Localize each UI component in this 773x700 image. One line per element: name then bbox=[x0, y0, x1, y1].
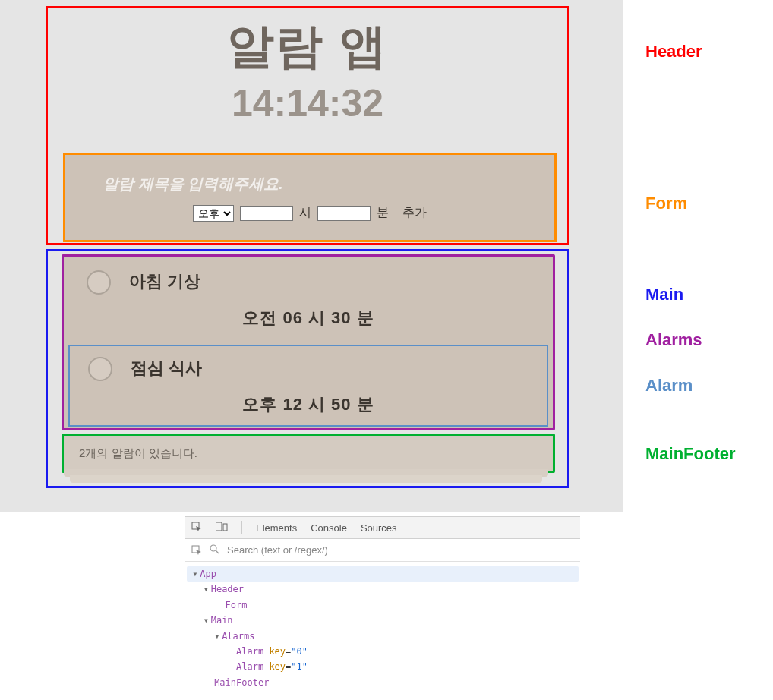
label-mainfooter: MainFooter bbox=[645, 444, 736, 464]
alarm-title: 아침 기상 bbox=[129, 270, 200, 293]
tree-node-header[interactable]: ▾Header bbox=[187, 582, 579, 597]
tab-console[interactable]: Console bbox=[311, 522, 347, 534]
tree-node-form[interactable]: Form bbox=[187, 598, 579, 613]
ampm-select[interactable]: 오후 bbox=[193, 205, 234, 222]
devtools-panel: Elements Console Sources Search (text or… bbox=[185, 516, 580, 698]
tree-node-alarms[interactable]: ▾Alarms bbox=[187, 629, 579, 644]
main-footer: 2개의 알람이 있습니다. bbox=[62, 434, 555, 473]
alarm-title: 점심 식사 bbox=[131, 357, 202, 380]
alarm-toggle[interactable] bbox=[87, 270, 111, 295]
label-form: Form bbox=[645, 194, 687, 213]
alarm-toggle[interactable] bbox=[88, 357, 112, 381]
tree-node-app[interactable]: ▾App bbox=[187, 566, 579, 582]
title-input-placeholder[interactable]: 알람 제목을 입력해주세요. bbox=[103, 174, 554, 194]
alarm-item: 아침 기상 오전 06 시 30 분 bbox=[68, 260, 548, 342]
svg-point-4 bbox=[210, 545, 216, 551]
inspect-cursor-icon[interactable] bbox=[191, 545, 202, 556]
inspect-icon[interactable] bbox=[191, 522, 202, 534]
main-section: 아침 기상 오전 06 시 30 분 점심 식사 오후 12 시 50 분 2개… bbox=[46, 249, 569, 488]
hour-label: 시 bbox=[299, 205, 311, 221]
device-icon[interactable] bbox=[216, 522, 228, 534]
tab-sources[interactable]: Sources bbox=[361, 522, 397, 534]
app-region: 알람 앱 14:14:32 알람 제목을 입력해주세요. 오후 시 분 추가 아… bbox=[0, 0, 623, 512]
label-main: Main bbox=[645, 285, 683, 304]
tree-node-main[interactable]: ▾Main bbox=[187, 613, 579, 628]
toolbar-divider bbox=[241, 521, 242, 534]
hour-input[interactable] bbox=[240, 206, 293, 221]
minute-input[interactable] bbox=[317, 206, 371, 221]
component-tree: ▾App ▾Header Form ▾Main ▾Alarms Alarm ke… bbox=[185, 562, 580, 698]
header-section: 알람 앱 14:14:32 알람 제목을 입력해주세요. 오후 시 분 추가 bbox=[46, 6, 569, 245]
svg-rect-1 bbox=[216, 522, 222, 531]
svg-rect-2 bbox=[223, 524, 227, 531]
alarm-form: 알람 제목을 입력해주세요. 오후 시 분 추가 bbox=[63, 153, 557, 242]
card-stack-shadow bbox=[70, 475, 542, 483]
label-alarm: Alarm bbox=[645, 376, 693, 396]
alarm-time: 오전 06 시 30 분 bbox=[84, 307, 533, 330]
form-row: 오후 시 분 추가 bbox=[65, 205, 554, 222]
search-icon bbox=[210, 544, 219, 557]
svg-line-5 bbox=[216, 550, 219, 553]
page-title: 알람 앱 bbox=[48, 14, 567, 78]
current-time: 14:14:32 bbox=[48, 81, 567, 125]
tab-elements[interactable]: Elements bbox=[256, 522, 297, 534]
devtools-search-row: Search (text or /regex/) bbox=[185, 539, 580, 562]
label-alarms: Alarms bbox=[645, 330, 702, 350]
footer-text: 2개의 알람이 있습니다. bbox=[79, 446, 197, 461]
add-button[interactable]: 추가 bbox=[402, 205, 427, 221]
tree-node-mainfooter[interactable]: MainFooter bbox=[187, 675, 579, 690]
alarms-list: 아침 기상 오전 06 시 30 분 점심 식사 오후 12 시 50 분 bbox=[62, 254, 555, 430]
devtools-toolbar: Elements Console Sources bbox=[185, 516, 580, 539]
minute-label: 분 bbox=[377, 205, 389, 221]
tree-node-alarm[interactable]: Alarm key="0" bbox=[187, 644, 579, 659]
alarm-time: 오후 12 시 50 분 bbox=[85, 393, 532, 416]
search-input[interactable]: Search (text or /regex/) bbox=[227, 544, 328, 556]
tree-node-alarm[interactable]: Alarm key="1" bbox=[187, 659, 579, 674]
alarm-item: 점심 식사 오후 12 시 50 분 bbox=[68, 345, 548, 427]
label-header: Header bbox=[645, 42, 702, 61]
